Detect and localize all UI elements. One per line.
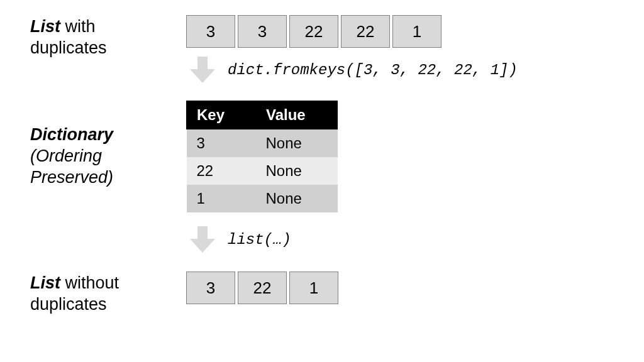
list-item: 1 [392, 15, 441, 48]
label-ordering: (Ordering [30, 146, 102, 165]
list-item: 3 [186, 15, 235, 48]
label-list-bold-2: List [30, 273, 60, 292]
label-dictionary: Dictionary (Ordering Preserved) [30, 124, 175, 188]
label-list-without-duplicates: List without duplicates [30, 273, 175, 315]
label-dictionary-bold: Dictionary [30, 125, 113, 144]
cell-value: None [256, 129, 338, 158]
list-item: 22 [341, 15, 390, 48]
table-row: 22 None [187, 157, 338, 185]
code-fromkeys: dict.fromkeys([3, 3, 22, 22, 1]) [228, 62, 518, 79]
table-row: 1 None [187, 185, 338, 212]
table-row: 3 None [187, 129, 338, 158]
label-list-with-duplicates: List with duplicates [30, 16, 175, 59]
header-value: Value [256, 101, 338, 129]
code-list: list(…) [228, 231, 291, 248]
arrow-down-icon [190, 57, 215, 83]
cell-value: None [256, 157, 338, 185]
cell-value: None [256, 185, 338, 212]
list-without-duplicates: 3 22 1 [186, 272, 338, 304]
dictionary-table: Key Value 3 None 22 None 1 None [186, 101, 338, 212]
list-item: 3 [186, 272, 235, 304]
list-item: 22 [238, 272, 287, 304]
table-header-row: Key Value [187, 101, 338, 129]
cell-key: 1 [187, 185, 256, 212]
cell-key: 3 [187, 129, 256, 158]
arrow-down-icon [190, 226, 215, 253]
list-item: 22 [289, 15, 338, 48]
header-key: Key [187, 101, 256, 129]
list-item: 3 [238, 15, 287, 48]
cell-key: 22 [187, 157, 256, 185]
list-item: 1 [289, 272, 338, 304]
label-list-bold: List [30, 17, 60, 36]
list-with-duplicates: 3 3 22 22 1 [186, 15, 441, 48]
label-preserved: Preserved) [30, 168, 113, 187]
